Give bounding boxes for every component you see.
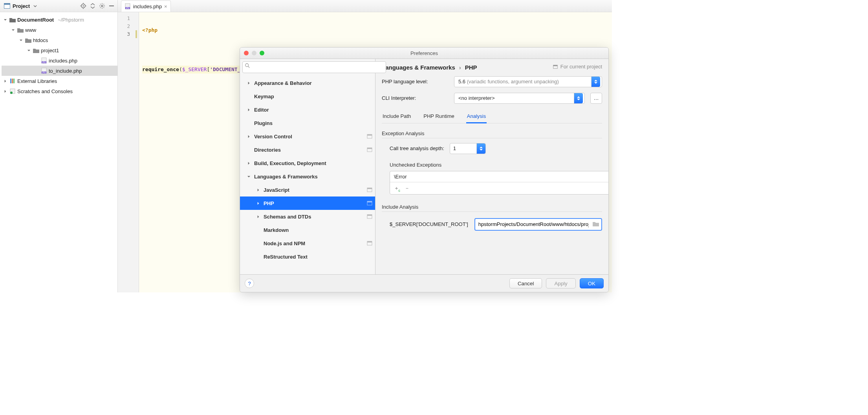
svg-rect-11 [12, 79, 13, 83]
cat-label: Editor [254, 107, 269, 113]
remove-icon[interactable]: － [405, 185, 410, 192]
svg-rect-28 [367, 215, 372, 216]
code-token: require_once [142, 66, 179, 72]
line-number: 3 [118, 30, 130, 38]
project-view-combo[interactable]: Project [2, 2, 39, 10]
folder-icon [25, 38, 31, 43]
cat-php[interactable]: PHP [240, 196, 375, 210]
cat-markdown[interactable]: Markdown [240, 223, 375, 237]
chevron-down-icon [2, 18, 8, 22]
select-value: 5.6 [458, 79, 465, 84]
hide-icon[interactable] [108, 2, 115, 9]
cat-label: Build, Execution, Deployment [254, 160, 326, 166]
cat-javascript[interactable]: JavaScript [240, 183, 375, 196]
cat-schemas[interactable]: Schemas and DTDs [240, 210, 375, 223]
chevron-right-icon: › [459, 64, 461, 71]
select-value: <no interpreter> [458, 95, 495, 101]
library-icon [9, 78, 16, 84]
tree-node-scratches[interactable]: Scratches and Consoles [2, 86, 117, 96]
close-window-icon[interactable] [244, 51, 249, 55]
locate-icon[interactable] [80, 2, 87, 9]
php-language-level-select[interactable]: 5.6 (variadic functions, argument unpack… [454, 76, 602, 87]
cat-keymap[interactable]: Keymap [240, 90, 375, 103]
cancel-button[interactable]: Cancel [509, 278, 542, 288]
document-root-field[interactable] [474, 218, 602, 231]
list-item[interactable]: \Error [390, 171, 609, 182]
browse-button[interactable]: … [590, 93, 602, 104]
project-scope-icon [366, 200, 373, 206]
ok-button[interactable]: OK [580, 278, 604, 288]
field-label: $_SERVER['DOCUMENT_ROOT'] [390, 221, 468, 227]
cat-label: Appearance & Behavior [254, 80, 312, 86]
dialog-titlebar[interactable]: Preferences [240, 48, 608, 59]
dropdown-arrows-icon [591, 77, 600, 87]
cli-interpreter-select[interactable]: <no interpreter> [454, 93, 585, 104]
tab-php-runtime[interactable]: PHP Runtime [423, 111, 455, 123]
cat-editor[interactable]: Editor [240, 103, 375, 116]
cat-plugins[interactable]: Plugins [240, 116, 375, 130]
cat-label: Languages & Frameworks [254, 174, 318, 180]
editor-tab-includes[interactable]: php includes.php × [121, 0, 171, 12]
chevron-right-icon [245, 162, 252, 165]
dialog-title: Preferences [410, 50, 438, 56]
svg-point-1 [83, 6, 84, 7]
svg-point-14 [10, 92, 13, 94]
svg-rect-26 [367, 201, 372, 202]
tree-node-www[interactable]: www [2, 25, 117, 35]
help-button[interactable]: ? [245, 279, 254, 288]
call-tree-depth-select[interactable]: 1 [450, 143, 486, 154]
tree-node-to-include[interactable]: php to_include.php [2, 66, 117, 76]
php-tabs: Include Path PHP Runtime Analysis [382, 111, 602, 123]
cat-vcs[interactable]: Version Control [240, 130, 375, 143]
cat-label: JavaScript [264, 187, 289, 193]
node-label: Scratches and Consoles [17, 88, 73, 94]
cat-langs[interactable]: Languages & Frameworks [240, 170, 375, 183]
cat-node[interactable]: Node.js and NPM [240, 237, 375, 250]
chevron-down-icon [26, 49, 31, 52]
project-tree[interactable]: DocumentRoot ~/Phpstorm www htdocs proje… [0, 12, 117, 292]
apply-button[interactable]: Apply [546, 278, 575, 288]
cat-label: Version Control [254, 134, 292, 140]
unchecked-exceptions-list[interactable]: \Error ＋c － [390, 171, 609, 195]
tab-analysis[interactable]: Analysis [466, 111, 487, 123]
dialog-footer: ? Cancel Apply OK [240, 274, 608, 292]
field-label: CLI Interpreter: [382, 95, 449, 101]
chevron-right-icon [255, 188, 261, 192]
svg-rect-22 [367, 148, 372, 149]
tree-node-project1[interactable]: project1 [2, 45, 117, 55]
zoom-window-icon[interactable] [260, 51, 264, 55]
preferences-search[interactable] [242, 61, 373, 73]
add-icon[interactable]: ＋c [394, 185, 399, 192]
tree-node-external-libs[interactable]: External Libraries [2, 76, 117, 86]
category-tree[interactable]: Appearance & Behavior Keymap Editor Plug… [240, 75, 375, 274]
cat-rst[interactable]: ReStructured Text [240, 250, 375, 263]
line-number: 2 [118, 22, 130, 30]
gear-icon[interactable] [99, 2, 106, 9]
project-scope-icon [366, 213, 373, 220]
search-input[interactable] [242, 61, 386, 73]
window-controls[interactable] [244, 51, 264, 55]
breadcrumb: Languages & Frameworks › PHP For current… [382, 64, 602, 71]
tree-node-htdocs[interactable]: htdocs [2, 35, 117, 45]
chevron-right-icon [255, 215, 261, 219]
cat-build[interactable]: Build, Execution, Deployment [240, 156, 375, 170]
tree-node-includes[interactable]: php includes.php [2, 55, 117, 66]
preferences-dialog: Preferences Appearance & Behavior Keymap… [240, 47, 609, 292]
expand-all-icon[interactable] [89, 2, 96, 9]
document-root-input[interactable] [478, 221, 590, 228]
cat-directories[interactable]: Directories [240, 143, 375, 156]
tree-node-root[interactable]: DocumentRoot ~/Phpstorm [2, 15, 117, 25]
cat-appearance[interactable]: Appearance & Behavior [240, 76, 375, 90]
tab-include-path[interactable]: Include Path [382, 111, 412, 123]
section-unchecked-exceptions: Unchecked Exceptions [382, 162, 602, 168]
node-label: www [25, 27, 36, 33]
dropdown-arrows-icon [476, 143, 485, 154]
close-icon[interactable]: × [164, 4, 167, 9]
chevron-right-icon [245, 81, 252, 85]
folder-icon[interactable] [593, 221, 599, 228]
minimize-window-icon[interactable] [252, 51, 256, 55]
svg-rect-30 [367, 241, 372, 242]
svg-rect-20 [367, 134, 372, 136]
chevron-down-icon [32, 4, 38, 8]
editor-tabs: php includes.php × [118, 0, 612, 12]
